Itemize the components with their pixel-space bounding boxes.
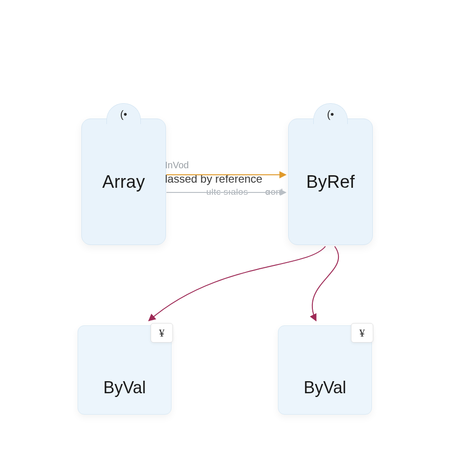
node-array-label: Array (102, 172, 145, 192)
node-array-tab: (• (106, 103, 141, 124)
node-array: (• Array (81, 119, 166, 245)
tag-hole-icon: (• (327, 108, 334, 120)
node-byref-label: ByRef (306, 172, 355, 192)
arrow-maroon-left (149, 246, 325, 321)
node-byval-left-label: ByVal (103, 378, 145, 397)
node-byval-left: ¥ ByVal (78, 325, 172, 415)
arrows-overlay (0, 0, 476, 476)
node-byval-right-label: ByVal (304, 378, 346, 397)
arrow-maroon-right (312, 246, 339, 321)
node-byref-tab: (• (313, 103, 348, 124)
tag-hole-icon: (• (120, 108, 127, 120)
node-byval-left-badge: ¥ (151, 323, 173, 343)
center-label-middle: lassed by reference (165, 172, 286, 185)
center-label-block: InVod lassed by reference ultc sıalosɑon… (165, 160, 286, 197)
diagram-canvas: (• Array (• ByRef ¥ ByVal ¥ ByVal InVod … (0, 0, 476, 476)
node-byval-right: ¥ ByVal (278, 325, 372, 415)
node-byref: (• ByRef (288, 119, 373, 245)
center-label-top: InVod (165, 160, 286, 171)
center-label-bottom-b: ɑonl (265, 187, 283, 197)
node-byval-right-badge: ¥ (351, 323, 373, 343)
center-label-bottom-a: ultc sıalos (206, 187, 248, 197)
center-label-bottom: ultc sıalosɑonl (165, 186, 286, 197)
